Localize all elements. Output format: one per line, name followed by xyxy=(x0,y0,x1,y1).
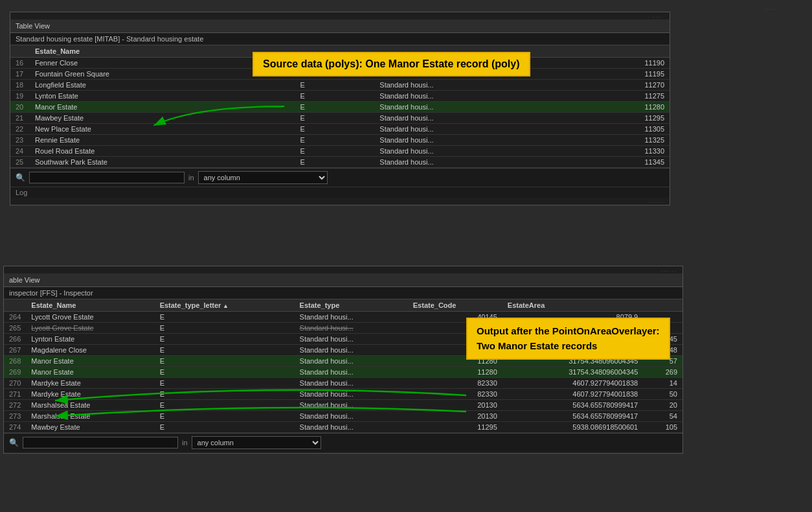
col4-cell: Standard housi... xyxy=(374,102,575,113)
estate-type-letter-cell: E xyxy=(155,345,295,356)
top-search-bar: 🔍 in any column xyxy=(10,168,670,187)
bottom-search-column-select[interactable]: any column xyxy=(192,436,321,449)
row-number: 19 xyxy=(10,91,30,102)
col2-cell: E xyxy=(295,102,342,113)
estate-type-letter-cell: E xyxy=(155,323,295,334)
estate-type-letter-cell: E xyxy=(155,334,295,345)
table-row[interactable]: 19 Lynton Estate E Standard housi... 112… xyxy=(10,91,670,102)
top-search-in-label: in xyxy=(188,174,194,181)
col5-cell: 11270 xyxy=(575,80,670,91)
col5-cell: 11295 xyxy=(575,113,670,124)
estate-name-cell: Lynton Estate xyxy=(26,334,154,345)
col3-cell xyxy=(342,91,374,102)
top-log-bar: Log xyxy=(10,187,670,198)
row-number: 268 xyxy=(4,356,26,367)
extra-cell: 20 xyxy=(643,400,682,411)
col3-cell xyxy=(342,135,374,146)
col3-cell xyxy=(342,146,374,157)
table-row[interactable]: 25 Southwark Park Estate E Standard hous… xyxy=(10,157,670,168)
bottom-col-estate-type-letter[interactable]: Estate_type_letter xyxy=(155,299,295,312)
col4-cell: Standard housi... xyxy=(374,124,575,135)
bottom-col-num xyxy=(4,299,26,312)
row-number: 16 xyxy=(10,58,30,69)
estate-area-cell: 4607.927794001838 xyxy=(502,378,643,389)
table-row[interactable]: 269 Manor Estate E Standard housi... 112… xyxy=(4,367,682,378)
bottom-col-estate-code[interactable]: Estate_Code xyxy=(408,299,502,312)
row-number: 24 xyxy=(10,146,30,157)
bottom-search-in-label: in xyxy=(182,439,188,447)
bottom-col-estate-area[interactable]: EstateArea xyxy=(502,299,643,312)
bottom-resize-handle-bottom[interactable] xyxy=(4,452,682,453)
estate-type-cell: Standard housi... xyxy=(295,312,408,323)
estate-name-cell: Magdalene Close xyxy=(26,345,154,356)
row-number: 269 xyxy=(4,367,26,378)
estate-type-cell: Standard housi... xyxy=(295,356,408,367)
estate-area-cell: 5634.655780999417 xyxy=(502,411,643,422)
bottom-annotation-box: Output after the PointOnAreaOverlayer: T… xyxy=(466,318,670,360)
col4-cell: Standard housi... xyxy=(374,91,575,102)
extra-cell: 54 xyxy=(643,411,682,422)
estate-name-cell: Longfield Estate xyxy=(30,80,295,91)
table-row[interactable]: 18 Longfield Estate E Standard housi... … xyxy=(10,80,670,91)
col5-cell: 11325 xyxy=(575,135,670,146)
col2-cell: E xyxy=(295,157,342,168)
bottom-panel-subtitle: inspector [FFS] - Inspector xyxy=(4,287,682,299)
col2-cell: E xyxy=(295,80,342,91)
estate-name-cell: Southwark Park Estate xyxy=(30,157,295,168)
estate-type-letter-cell: E xyxy=(155,367,295,378)
bottom-table-header-row: Estate_Name Estate_type_letter Estate_ty… xyxy=(4,299,682,312)
estate-name-cell: Lycott Grove Estate xyxy=(26,312,154,323)
row-number: 265 xyxy=(4,323,26,334)
estate-name-cell: Lynton Estate xyxy=(30,91,295,102)
top-panel-subtitle: Standard housing estate [MITAB] - Standa… xyxy=(10,33,670,45)
row-number: 267 xyxy=(4,345,26,356)
col2-cell: E xyxy=(295,135,342,146)
col2-cell: E xyxy=(295,91,342,102)
table-row[interactable]: 23 Rennie Estate E Standard housi... 113… xyxy=(10,135,670,146)
top-annotation-box: Source data (polys): One Manor Estate re… xyxy=(253,52,530,76)
bottom-col-estate-name[interactable]: Estate_Name xyxy=(26,299,154,312)
col3-cell xyxy=(342,157,374,168)
row-number: 266 xyxy=(4,334,26,345)
estate-area-cell: 5634.655780999417 xyxy=(502,400,643,411)
row-number: 25 xyxy=(10,157,30,168)
estate-area-cell: 4607.927794001838 xyxy=(502,389,643,400)
top-search-input[interactable] xyxy=(29,172,185,183)
estate-type-cell: Standard housi... xyxy=(295,334,408,345)
col3-cell xyxy=(342,102,374,113)
col5-cell: 11280 xyxy=(575,102,670,113)
bottom-search-bar: 🔍 in any column xyxy=(4,433,682,452)
bottom-resize-handle-top[interactable]: ...... xyxy=(4,266,682,273)
estate-name-cell: Manor Estate xyxy=(26,367,154,378)
col4-cell: Standard housi... xyxy=(374,157,575,168)
estate-type-cell: Standard housi... xyxy=(295,323,408,334)
bottom-search-icon: 🔍 xyxy=(9,438,19,447)
col5-cell: 11195 xyxy=(575,69,670,80)
estate-name-cell: Manor Estate xyxy=(26,356,154,367)
col3-cell xyxy=(342,124,374,135)
row-number: 22 xyxy=(10,124,30,135)
table-row[interactable]: 24 Rouel Road Estate E Standard housi...… xyxy=(10,146,670,157)
row-number: 17 xyxy=(10,69,30,80)
extra-cell: 14 xyxy=(643,378,682,389)
estate-name-cell: Rouel Road Estate xyxy=(30,146,295,157)
top-col-5 xyxy=(575,45,670,58)
row-number: 20 xyxy=(10,102,30,113)
col5-cell: 11345 xyxy=(575,157,670,168)
bottom-panel-title: able View xyxy=(4,273,682,287)
estate-name-cell: Rennie Estate xyxy=(30,135,295,146)
col4-cell: Standard housi... xyxy=(374,113,575,124)
bottom-search-input[interactable] xyxy=(23,437,178,448)
bottom-col-estate-type[interactable]: Estate_type xyxy=(295,299,408,312)
top-resize-handle[interactable]: ...... xyxy=(10,12,670,19)
row-number: 18 xyxy=(10,80,30,91)
bottom-green-arrows xyxy=(6,382,492,434)
top-panel-title: Table View xyxy=(10,19,670,33)
col2-cell: E xyxy=(295,113,342,124)
col5-cell: 11330 xyxy=(575,146,670,157)
extra-cell: 269 xyxy=(643,367,682,378)
col3-cell xyxy=(342,80,374,91)
bottom-col-extra xyxy=(643,299,682,312)
top-bottom-resize-handle[interactable]: ...... xyxy=(10,198,670,205)
top-search-column-select[interactable]: any column xyxy=(198,171,328,184)
